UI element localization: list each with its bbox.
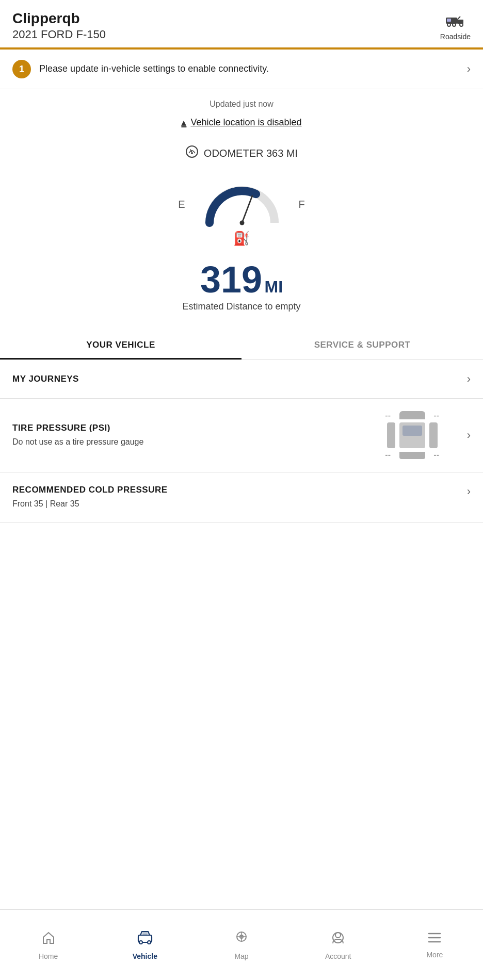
nav-home[interactable]: Home	[0, 910, 96, 980]
home-icon	[41, 930, 56, 949]
nav-more[interactable]: More	[387, 910, 483, 980]
tire-diagram: -- -- -- --	[371, 411, 454, 460]
front-tire-row: -- --	[381, 411, 444, 420]
svg-rect-6	[447, 19, 451, 22]
updated-text: Updated just now	[12, 100, 471, 109]
distance-unit: MI	[265, 277, 283, 296]
my-journeys-content: MY JOURNEYS	[12, 374, 459, 384]
username: Clipperqb	[12, 10, 106, 27]
svg-point-4	[453, 23, 456, 26]
my-journeys-section[interactable]: MY JOURNEYS ›	[0, 360, 483, 399]
roadside-button[interactable]: Roadside	[440, 10, 471, 41]
tire-pressure-title: TIRE PRESSURE (PSI)	[12, 423, 366, 433]
odometer-icon	[185, 145, 199, 161]
cold-pressure-content: RECOMMENDED COLD PRESSURE Front 35 | Rea…	[12, 485, 459, 510]
tire-pressure-subtitle: Do not use as a tire pressure gauge	[12, 436, 366, 448]
account-icon	[330, 930, 346, 949]
car-top-view	[399, 422, 425, 448]
svg-line-2	[457, 17, 460, 20]
main-tabs: YOUR VEHICLE SERVICE & SUPPORT	[0, 331, 483, 360]
bottom-navigation: Home Vehicle Map	[0, 909, 483, 980]
svg-rect-15	[142, 932, 148, 935]
header: Clipperqb 2021 FORD F-150 Roadside	[0, 0, 483, 47]
nav-account[interactable]: Account	[290, 910, 387, 980]
alert-message: Please update in-vehicle settings to ena…	[39, 62, 461, 75]
cold-pressure-title: RECOMMENDED COLD PRESSURE	[12, 485, 459, 495]
alert-chevron-icon: ›	[467, 62, 471, 76]
location-icon: ▴	[181, 116, 186, 128]
odometer-row: ODOMETER 363 MI	[12, 145, 471, 161]
tire-pressure-section[interactable]: TIRE PRESSURE (PSI) Do not use as a tire…	[0, 399, 483, 472]
svg-point-5	[460, 23, 463, 26]
fuel-gauge	[196, 181, 288, 227]
rear-right-value: --	[429, 450, 444, 460]
nav-vehicle[interactable]: Vehicle	[96, 910, 193, 980]
alert-banner[interactable]: 1 Please update in-vehicle settings to e…	[0, 50, 483, 89]
more-icon	[427, 931, 442, 948]
fuel-f-label: F	[299, 199, 305, 210]
distance-label: Estimated Distance to empty	[0, 301, 483, 312]
location-disabled-link[interactable]: ▴ Vehicle location is disabled	[181, 116, 301, 128]
cold-pressure-section[interactable]: RECOMMENDED COLD PRESSURE Front 35 | Rea…	[0, 472, 483, 522]
fuel-e-label: E	[178, 199, 185, 210]
nav-map[interactable]: Map	[193, 910, 289, 980]
distance-section: 319 MI Estimated Distance to empty	[0, 261, 483, 312]
cold-pressure-chevron-icon: ›	[467, 485, 471, 498]
roadside-icon	[445, 12, 465, 31]
cold-pressure-value: Front 35 | Rear 35	[12, 498, 459, 510]
alert-badge: 1	[12, 60, 31, 78]
rear-left-value: --	[381, 450, 395, 460]
distance-value: 319	[200, 259, 262, 300]
vehicle-info: Clipperqb 2021 FORD F-150	[12, 10, 106, 41]
location-disabled-text: Vehicle location is disabled	[190, 117, 301, 128]
odometer-text: ODOMETER 363 MI	[204, 148, 298, 159]
tab-your-vehicle[interactable]: YOUR VEHICLE	[0, 331, 242, 360]
fuel-pump-icon: ⛽	[233, 231, 250, 247]
rear-tire-row: -- --	[381, 450, 444, 460]
svg-line-10	[242, 196, 252, 223]
more-label: More	[426, 951, 443, 959]
account-label: Account	[325, 952, 351, 960]
vehicle-label: Vehicle	[133, 952, 157, 960]
svg-point-3	[447, 23, 450, 26]
left-side-bar	[387, 422, 395, 448]
tire-pressure-content: TIRE PRESSURE (PSI) Do not use as a tire…	[12, 423, 366, 448]
svg-point-11	[239, 221, 244, 225]
home-label: Home	[39, 952, 58, 960]
distance-display: 319 MI	[0, 261, 483, 298]
vehicle-name: 2021 FORD F-150	[12, 28, 106, 41]
svg-point-14	[148, 941, 151, 944]
front-right-value: --	[429, 411, 444, 420]
vehicle-icon	[136, 930, 154, 949]
map-icon	[234, 930, 249, 949]
my-journeys-chevron-icon: ›	[467, 372, 471, 386]
fuel-gauge-container: E F	[178, 181, 305, 227]
vehicle-status-section: Updated just now ▴ Vehicle location is d…	[0, 89, 483, 181]
right-side-bar	[429, 422, 438, 448]
roadside-label: Roadside	[440, 32, 471, 41]
car-body-middle	[387, 422, 438, 448]
svg-point-13	[139, 941, 142, 944]
my-journeys-title: MY JOURNEYS	[12, 374, 459, 384]
tire-pressure-chevron-icon: ›	[467, 429, 471, 442]
fuel-gauge-section: E F ⛽	[0, 181, 483, 247]
tab-service-support[interactable]: SERVICE & SUPPORT	[242, 331, 483, 360]
map-label: Map	[234, 952, 248, 960]
front-left-value: --	[381, 411, 395, 420]
